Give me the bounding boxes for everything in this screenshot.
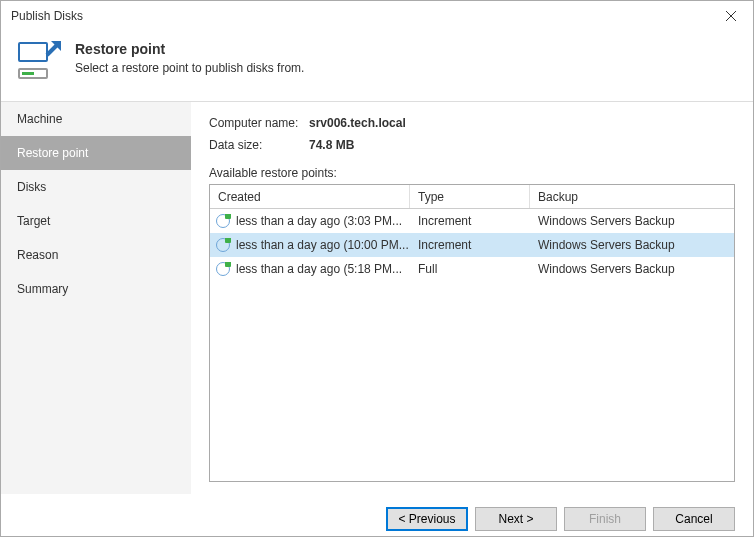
available-restore-points-label: Available restore points: [209, 166, 735, 180]
cell-backup: Windows Servers Backup [530, 214, 734, 228]
finish-button: Finish [564, 507, 646, 531]
cell-created: less than a day ago (10:00 PM... [236, 238, 409, 252]
cell-created: less than a day ago (3:03 PM... [236, 214, 402, 228]
header: Restore point Select a restore point to … [1, 31, 753, 101]
svg-rect-2 [19, 43, 47, 61]
svg-line-4 [47, 43, 59, 55]
column-header-created[interactable]: Created [210, 185, 410, 208]
cell-backup: Windows Servers Backup [530, 238, 734, 252]
computer-name-label: Computer name: [209, 116, 309, 130]
svg-rect-6 [22, 72, 34, 75]
data-size-value: 74.8 MB [309, 138, 354, 152]
sidebar-item-summary[interactable]: Summary [1, 272, 191, 306]
body: Machine Restore point Disks Target Reaso… [1, 101, 753, 494]
table-row[interactable]: less than a day ago (10:00 PM... Increme… [210, 233, 734, 257]
main-panel: Computer name: srv006.tech.local Data si… [191, 101, 753, 494]
window-title: Publish Disks [11, 9, 83, 23]
restore-points-table: Created Type Backup less than a day ago … [209, 184, 735, 482]
table-row[interactable]: less than a day ago (3:03 PM... Incremen… [210, 209, 734, 233]
table-row[interactable]: less than a day ago (5:18 PM... Full Win… [210, 257, 734, 281]
sidebar-item-reason[interactable]: Reason [1, 238, 191, 272]
cell-backup: Windows Servers Backup [530, 262, 734, 276]
restore-point-icon [216, 238, 230, 252]
sidebar-item-disks[interactable]: Disks [1, 170, 191, 204]
previous-button[interactable]: < Previous [386, 507, 468, 531]
cell-type: Increment [410, 238, 530, 252]
header-text: Restore point Select a restore point to … [75, 39, 304, 87]
table-body: less than a day ago (3:03 PM... Incremen… [210, 209, 734, 281]
computer-name-row: Computer name: srv006.tech.local [209, 116, 735, 130]
close-icon [726, 11, 736, 21]
page-title: Restore point [75, 41, 304, 57]
close-button[interactable] [708, 1, 753, 31]
cell-type: Full [410, 262, 530, 276]
titlebar: Publish Disks [1, 1, 753, 31]
restore-point-icon [216, 214, 230, 228]
page-description: Select a restore point to publish disks … [75, 61, 304, 75]
footer: < Previous Next > Finish Cancel [1, 494, 753, 537]
sidebar: Machine Restore point Disks Target Reaso… [1, 101, 191, 494]
column-header-type[interactable]: Type [410, 185, 530, 208]
sidebar-item-target[interactable]: Target [1, 204, 191, 238]
next-button[interactable]: Next > [475, 507, 557, 531]
column-header-backup[interactable]: Backup [530, 185, 734, 208]
cell-created: less than a day ago (5:18 PM... [236, 262, 402, 276]
header-icon [15, 39, 63, 87]
table-header: Created Type Backup [210, 185, 734, 209]
data-size-row: Data size: 74.8 MB [209, 138, 735, 152]
restore-point-icon [216, 262, 230, 276]
sidebar-item-restore-point[interactable]: Restore point [1, 136, 191, 170]
cell-type: Increment [410, 214, 530, 228]
computer-name-value: srv006.tech.local [309, 116, 406, 130]
data-size-label: Data size: [209, 138, 309, 152]
cancel-button[interactable]: Cancel [653, 507, 735, 531]
sidebar-item-machine[interactable]: Machine [1, 102, 191, 136]
